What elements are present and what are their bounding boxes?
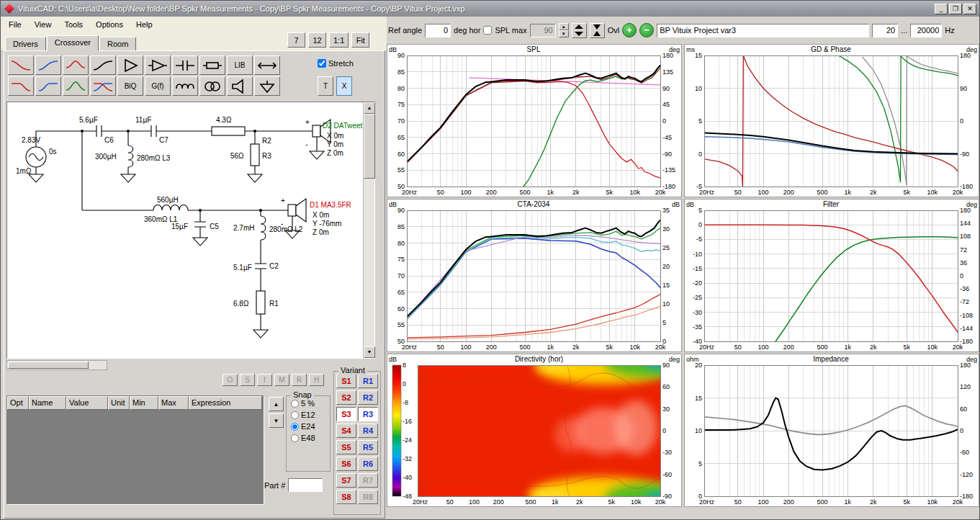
y-scale-button[interactable] [572, 23, 587, 38]
t-tool-button[interactable]: T [318, 76, 333, 96]
schematic-canvas[interactable]: 2.83V 0s 1mΩ 5.6µF C6 11µF C7 4.3Ω R2 56… [7, 102, 364, 358]
x-scale-button[interactable] [590, 23, 605, 38]
spl-max-spinner[interactable]: ▲▼ [559, 23, 569, 37]
tab-crossover[interactable]: Crossover [47, 35, 99, 51]
opt-button-s[interactable]: S [240, 374, 255, 386]
variant-button-r4[interactable]: R4 [358, 423, 378, 438]
snap-5pct-radio[interactable] [291, 400, 299, 408]
variant-button-r8[interactable]: R8 [358, 490, 378, 504]
inductor-component-button[interactable] [172, 76, 198, 96]
variant-button-s8[interactable]: S8 [336, 490, 356, 504]
menu-view[interactable]: View [28, 18, 58, 31]
gain-block-button[interactable] [145, 55, 171, 75]
opt-button-o[interactable]: O [222, 374, 238, 386]
bandpass-block-button[interactable] [63, 76, 89, 96]
speaker-component-button[interactable] [227, 76, 253, 96]
opt-button-m[interactable]: M [274, 374, 289, 386]
minimize-button[interactable]: _ [935, 4, 948, 14]
scroll-up-icon[interactable]: ▲ [364, 102, 375, 114]
move-up-button[interactable]: ▲ [269, 397, 284, 411]
menu-tools[interactable]: Tools [58, 18, 89, 31]
stretch-arrow-icon [256, 58, 278, 73]
spinner-up-icon[interactable]: ▲ [559, 23, 569, 30]
snap-e12-radio[interactable] [291, 411, 299, 419]
title-bar[interactable]: VituixCAD: C:\Users\a\Desktop\New folder… [1, 1, 979, 17]
add-overlay-button[interactable]: + [622, 23, 637, 37]
freq-min-input[interactable] [872, 24, 898, 37]
variant-button-r5[interactable]: R5 [358, 440, 378, 454]
peak-eq-block-button[interactable] [63, 55, 89, 75]
library-button[interactable]: LIB [227, 55, 253, 75]
snap-e48-radio[interactable] [291, 434, 299, 442]
allpass-block-button[interactable] [90, 55, 116, 75]
table-header-expression[interactable]: Expression [189, 396, 262, 410]
move-down-button[interactable]: ▼ [269, 413, 284, 428]
variant-button-s4[interactable]: S4 [336, 423, 356, 438]
stretch-checkbox[interactable] [318, 59, 326, 68]
highpass-block-button[interactable] [35, 76, 61, 96]
freq-max-input[interactable] [910, 24, 942, 37]
restore-button[interactable]: ❐ [949, 4, 962, 14]
variant-button-r6[interactable]: R6 [358, 457, 378, 471]
vertical-scrollbar[interactable]: ▲ ▼ [363, 102, 374, 358]
biquad-block-button[interactable]: BiQ [117, 76, 143, 96]
variant-button-r1[interactable]: R1 [358, 374, 378, 388]
transfer-function-block-button[interactable]: G(f) [145, 76, 171, 96]
variant-name-input[interactable] [657, 24, 869, 37]
crossover-block-button[interactable] [90, 76, 116, 96]
variant-button-r3[interactable]: R3 [358, 407, 378, 421]
variant-button-s5[interactable]: S5 [336, 440, 356, 454]
lowpass-block-button[interactable] [8, 76, 34, 96]
variant-button-s7[interactable]: S7 [336, 473, 356, 488]
scrollbar-thumb[interactable] [364, 114, 375, 179]
table-header-name[interactable]: Name [29, 396, 66, 410]
wire-tool-button[interactable] [254, 55, 280, 75]
opt-button-h[interactable]: H [309, 374, 324, 386]
opt-button-i[interactable]: I [257, 374, 272, 386]
opt-button-r[interactable]: R [292, 374, 307, 386]
zoom-1-1-button[interactable]: 1:1 [329, 32, 349, 48]
scroll-down-icon[interactable]: ▼ [364, 346, 375, 358]
highshelf-block-button[interactable] [35, 55, 61, 75]
table-header-min[interactable]: Min [130, 396, 158, 410]
svg-text:-30: -30 [693, 309, 702, 316]
variant-button-s1[interactable]: S1 [336, 374, 356, 388]
menu-options[interactable]: Options [89, 18, 130, 31]
component-table[interactable]: OptNameValueUnitMinMaxExpression [6, 395, 264, 505]
resistor-component-button[interactable] [199, 55, 225, 75]
table-header-unit[interactable]: Unit [108, 396, 130, 410]
svg-text:90: 90 [397, 52, 405, 59]
remove-overlay-button[interactable]: − [639, 23, 654, 37]
ref-angle-input[interactable] [425, 24, 451, 37]
svg-text:20k: 20k [655, 189, 666, 196]
view-12-button[interactable]: 12 [308, 32, 326, 48]
variant-button-s2[interactable]: S2 [336, 390, 356, 405]
menu-file[interactable]: File [2, 18, 28, 31]
view-7-button[interactable]: 7 [287, 32, 305, 48]
horizontal-scrollbar[interactable] [6, 360, 107, 370]
x-tool-button[interactable]: X [336, 76, 352, 96]
variant-button-s3[interactable]: S3 [336, 407, 356, 421]
table-header-max[interactable]: Max [158, 396, 189, 410]
buffer-block-button[interactable] [117, 55, 143, 75]
menu-help[interactable]: Help [130, 18, 159, 31]
capacitor-component-button[interactable] [172, 55, 198, 75]
tab-room[interactable]: Room [99, 37, 136, 51]
table-header-opt[interactable]: Opt [7, 396, 29, 410]
spinner-down-icon[interactable]: ▼ [559, 30, 569, 37]
hscrollbar-thumb[interactable] [8, 362, 89, 369]
zoom-fit-button[interactable]: Fit [351, 32, 369, 48]
variant-button-r7[interactable]: R7 [358, 473, 378, 488]
part-number-input[interactable] [288, 478, 323, 492]
snap-e24-radio[interactable] [291, 423, 299, 431]
variant-button-s6[interactable]: S6 [336, 457, 356, 471]
tab-drivers[interactable]: Drivers [5, 37, 46, 51]
variant-button-r2[interactable]: R2 [358, 390, 378, 405]
transformer-component-button[interactable] [199, 76, 225, 96]
lowshelf-block-button[interactable] [8, 55, 34, 75]
ground-component-button[interactable] [254, 76, 280, 96]
table-header-value[interactable]: Value [66, 396, 108, 410]
svg-text:0: 0 [960, 272, 963, 279]
close-button[interactable]: ✕ [963, 4, 976, 14]
spl-max-checkbox[interactable] [483, 26, 492, 35]
